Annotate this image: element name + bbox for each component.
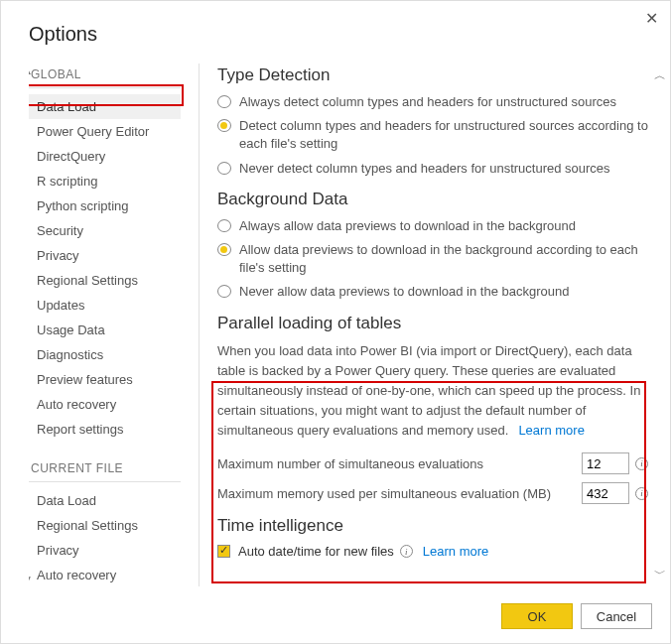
sidebar-header-global: GLOBAL — [29, 64, 181, 88]
sidebar-item-regional-settings[interactable]: Regional Settings — [29, 268, 181, 293]
page-title: Options — [1, 1, 670, 64]
group-title-parallel: Parallel loading of tables — [217, 314, 648, 333]
ok-button[interactable]: OK — [501, 603, 573, 629]
sidebar-header-current-file: CURRENT FILE — [29, 457, 181, 482]
sidebar-item-privacy[interactable]: Privacy — [29, 243, 181, 268]
checkbox-label: Auto date/time for new files — [238, 544, 394, 559]
sidebar-item-data-load[interactable]: Data Load — [29, 94, 181, 119]
chevron-down-icon[interactable]: ▼ — [29, 574, 33, 584]
main-panel: ︿ Type Detection Always detect column ty… — [200, 64, 670, 586]
sidebar-item-diagnostics[interactable]: Diagnostics — [29, 342, 181, 367]
info-icon[interactable]: i — [400, 545, 413, 558]
radio-label: Allow data previews to download in the b… — [239, 241, 648, 277]
chevron-down-icon[interactable]: ﹀ — [654, 566, 666, 582]
max-memory-input[interactable] — [582, 482, 629, 504]
learn-more-link[interactable]: Learn more — [518, 423, 584, 438]
sidebar: ▲ GLOBAL Data Load Power Query Editor Di… — [29, 64, 200, 586]
field-row: Maximum number of simultaneous evaluatio… — [217, 452, 648, 474]
chevron-up-icon[interactable]: ︿ — [654, 67, 666, 84]
radio-label: Always detect column types and headers f… — [239, 93, 616, 111]
radio-row[interactable]: Always allow data previews to download i… — [217, 217, 648, 235]
radio-label: Never allow data previews to download in… — [239, 283, 569, 301]
sidebar-item-preview-features[interactable]: Preview features — [29, 367, 181, 392]
checkbox-icon[interactable] — [217, 545, 230, 558]
chevron-up-icon[interactable]: ▲ — [29, 65, 33, 76]
radio-icon[interactable] — [217, 219, 231, 232]
max-evaluations-input[interactable] — [582, 452, 629, 474]
sidebar-item-usage-data[interactable]: Usage Data — [29, 318, 181, 342]
radio-row[interactable]: Never allow data previews to download in… — [217, 283, 648, 301]
sidebar-item-r-scripting[interactable]: R scripting — [29, 169, 181, 193]
content: ▲ GLOBAL Data Load Power Query Editor Di… — [1, 64, 670, 586]
field-row: Maximum memory used per simultaneous eva… — [217, 482, 648, 504]
group-title-background-data: Background Data — [217, 190, 648, 209]
sidebar-item-security[interactable]: Security — [29, 218, 181, 243]
radio-row[interactable]: Allow data previews to download in the b… — [217, 241, 648, 277]
sidebar-item-report-settings[interactable]: Report settings — [29, 417, 181, 442]
cancel-button[interactable]: Cancel — [581, 603, 652, 629]
field-label: Maximum number of simultaneous evaluatio… — [217, 456, 582, 471]
field-label: Maximum memory used per simultaneous eva… — [217, 486, 582, 501]
radio-icon[interactable] — [217, 162, 231, 175]
radio-row[interactable]: Never detect column types and headers fo… — [217, 160, 648, 178]
sidebar-item-cf-privacy[interactable]: Privacy — [29, 538, 181, 563]
radio-row[interactable]: Detect column types and headers for unst… — [217, 117, 648, 153]
radio-label: Always allow data previews to download i… — [239, 217, 576, 235]
radio-icon[interactable] — [217, 243, 231, 256]
sidebar-item-python-scripting[interactable]: Python scripting — [29, 193, 181, 218]
info-icon[interactable]: i — [635, 457, 648, 470]
radio-icon[interactable] — [217, 95, 231, 108]
sidebar-item-updates[interactable]: Updates — [29, 293, 181, 318]
sidebar-item-auto-recovery[interactable]: Auto recovery — [29, 392, 181, 417]
close-icon[interactable]: ✕ — [645, 9, 658, 28]
footer: OK Cancel — [501, 603, 652, 629]
radio-row[interactable]: Always detect column types and headers f… — [217, 93, 648, 111]
info-icon[interactable]: i — [635, 487, 648, 500]
sidebar-item-directquery[interactable]: DirectQuery — [29, 144, 181, 169]
group-title-time-intelligence: Time intelligence — [217, 516, 648, 536]
group-title-type-detection: Type Detection — [217, 65, 648, 85]
sidebar-item-cf-auto-recovery[interactable]: Auto recovery — [29, 563, 181, 586]
sidebar-item-cf-data-load[interactable]: Data Load — [29, 488, 181, 513]
radio-label: Never detect column types and headers fo… — [239, 160, 610, 178]
learn-more-link[interactable]: Learn more — [423, 544, 488, 559]
sidebar-item-power-query-editor[interactable]: Power Query Editor — [29, 119, 181, 144]
parallel-description: When you load data into Power BI (via im… — [217, 341, 648, 442]
radio-icon[interactable] — [217, 285, 231, 298]
radio-label: Detect column types and headers for unst… — [239, 117, 648, 153]
sidebar-item-cf-regional-settings[interactable]: Regional Settings — [29, 513, 181, 538]
radio-icon[interactable] — [217, 119, 231, 132]
check-row: Auto date/time for new files i Learn mor… — [217, 544, 648, 559]
